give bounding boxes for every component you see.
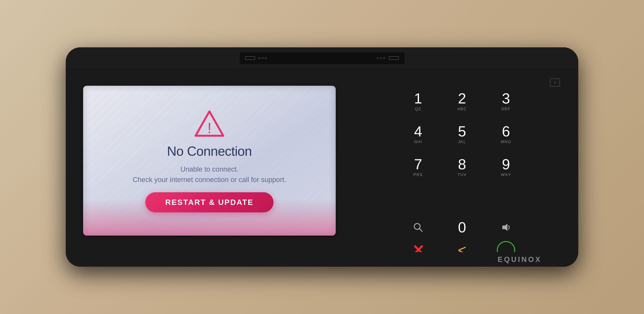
key-6[interactable]: 6 MNO	[486, 120, 526, 149]
screen-dot	[554, 82, 556, 83]
key-2-number: 2	[458, 91, 466, 106]
card-arrows-left: >>>	[258, 56, 268, 61]
key-3[interactable]: 3 DEF	[486, 87, 526, 116]
keypad-section: 1 QZ 2 ABC 3 DEF 4 GHI	[350, 69, 578, 252]
key-3-number: 3	[502, 91, 510, 106]
special-keys-row: 0	[357, 216, 567, 238]
key-2[interactable]: 2 ABC	[442, 87, 482, 116]
key-6-number: 6	[502, 124, 510, 139]
card-slot-icon-left	[245, 56, 255, 60]
key-8-number: 8	[458, 157, 466, 172]
error-title: No Connection	[167, 144, 252, 159]
key-4[interactable]: 4 GHI	[398, 120, 438, 149]
card-reader-left: >>>	[245, 56, 268, 61]
screen-section: ! No Connection Unable to connect. Check…	[66, 69, 350, 252]
key-7[interactable]: 7 PRS	[398, 153, 438, 182]
top-bar: >>> <<<	[66, 47, 578, 69]
card-reader-right: <<<	[376, 56, 399, 61]
key-0[interactable]: 0	[442, 216, 482, 238]
screen-content: ! No Connection Unable to connect. Check…	[118, 109, 301, 212]
svg-line-3	[419, 228, 422, 231]
key-0-number: 0	[458, 220, 466, 235]
small-screen-icon	[550, 78, 560, 87]
key-4-number: 4	[414, 124, 422, 139]
bottom-bar: EQUINOX	[66, 252, 578, 267]
key-6-letters: MNO	[501, 140, 511, 144]
warning-triangle-icon: !	[193, 109, 226, 138]
terminal-body: >>> <<<	[66, 47, 578, 267]
key-2-letters: ABC	[457, 107, 466, 111]
key-1-letters: QZ	[415, 107, 422, 111]
error-subtitle-line2: Check your internet connection or call f…	[133, 174, 286, 185]
key-7-letters: PRS	[413, 172, 423, 177]
key-9[interactable]: 9 WXY	[486, 153, 526, 182]
key-9-letters: WXY	[501, 172, 511, 177]
number-keypad: 1 QZ 2 ABC 3 DEF 4 GHI	[357, 87, 567, 215]
brand-label: EQUINOX	[498, 255, 542, 264]
card-reader-bar: >>> <<<	[240, 52, 404, 64]
key-5-letters: JKL	[458, 140, 466, 144]
display-screen: ! No Connection Unable to connect. Check…	[83, 86, 336, 236]
card-arrows-right: <<<	[376, 56, 386, 61]
restart-button-label: RESTART & UPDATE	[165, 198, 254, 207]
key-1-number: 1	[414, 91, 422, 106]
error-subtitle: Unable to connect. Check your internet c…	[133, 164, 286, 185]
key-7-number: 7	[414, 157, 422, 172]
scene: >>> <<<	[0, 0, 644, 314]
svg-marker-4	[502, 224, 508, 231]
keypad-top-icon-area	[357, 75, 567, 87]
key-5[interactable]: 5 JKL	[442, 120, 482, 149]
key-9-number: 9	[502, 157, 510, 172]
error-subtitle-line1: Unable to connect.	[133, 164, 286, 174]
key-5-number: 5	[458, 124, 466, 139]
card-slot-icon-right	[389, 56, 399, 60]
svg-text:!: !	[208, 120, 212, 136]
key-8[interactable]: 8 TUV	[442, 153, 482, 182]
main-content: ! No Connection Unable to connect. Check…	[66, 69, 578, 252]
key-8-letters: TUV	[458, 172, 466, 177]
restart-update-button[interactable]: RESTART & UPDATE	[145, 192, 274, 212]
search-key[interactable]	[398, 216, 438, 238]
volume-key[interactable]	[486, 216, 526, 238]
key-4-letters: GHI	[414, 140, 422, 144]
key-3-letters: DEF	[502, 107, 510, 111]
key-1[interactable]: 1 QZ	[398, 87, 438, 116]
